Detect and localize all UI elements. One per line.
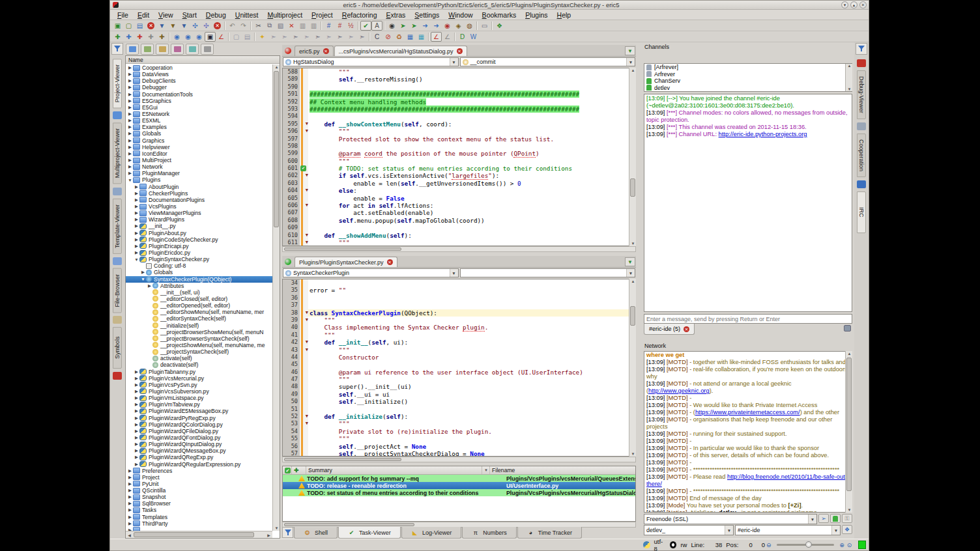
code-line[interactable]: 598 [283,143,635,150]
indent-icon[interactable]: ▥ [297,21,308,31]
tree-item[interactable]: ▶PluginVcsMercurial.py [126,375,272,382]
tree-item[interactable]: __init__(self, ui) [126,289,272,296]
code-line[interactable]: 611▼ """ [283,239,635,246]
server-select[interactable]: Freenode (SSL)▼ [644,514,817,524]
replace-icon[interactable]: ◈ [453,21,464,31]
expander-icon[interactable]: ▶ [134,462,139,467]
code-line[interactable]: 51 [283,406,635,413]
tree-item[interactable]: ▼SyntaxCheckerPlugin(QObject) [126,276,272,283]
tool-tab-template-viewer[interactable]: Template-Viewer [113,199,122,254]
menu-window[interactable]: Window [444,10,477,20]
code-line[interactable]: 610▼ def __showAddMenu(self): [283,232,635,239]
filter-icon[interactable] [856,43,867,55]
leave-channel-icon[interactable] [843,324,852,333]
break-icon[interactable]: ➣ [323,32,334,42]
code-line[interactable]: 606▼ for act in self.lfActions: [283,202,635,209]
expander-icon[interactable]: ▶ [127,72,133,77]
tree-item[interactable]: Coding: utf-8 [126,262,272,269]
tree-item[interactable]: ▶PluginWizardQInputDialog.py [126,441,272,447]
fold-margin[interactable]: ▼ [300,420,308,427]
fold-arrow-icon[interactable]: ▼ [306,187,308,194]
scroll-left-icon[interactable]: ◀ [126,533,133,537]
fold-margin[interactable] [300,209,308,216]
tree-item[interactable]: ▶DebugClients [126,78,272,84]
code-line[interactable]: 47 """ [283,376,635,383]
task-filter-checkbox[interactable]: ✔ [283,466,292,474]
fold-margin[interactable] [300,287,308,294]
tree-item[interactable]: ▶PyUnit [126,481,272,487]
tree-item[interactable]: ▶Project [126,474,272,481]
expander-icon[interactable]: ▶ [127,131,133,136]
fold-arrow-icon[interactable]: ▼ [306,339,308,346]
channel-select[interactable]: #eric-ide▼ [735,525,841,535]
exceptions-icon[interactable]: ▦ [416,32,427,42]
menu-unittest[interactable]: Unittest [231,10,263,20]
project-browser-tab-others[interactable] [201,44,214,55]
menu-bookmarks[interactable]: Bookmarks [478,10,521,20]
expander-icon[interactable]: ▶ [127,105,133,110]
paste-icon[interactable]: ▧ [275,21,286,31]
tree-item[interactable]: ▶Templates [126,514,272,520]
step-icon[interactable]: ➣ [268,32,279,42]
tree-item[interactable]: ▶PluginWizardQMessageBox.py [126,447,272,454]
fold-margin[interactable] [300,302,308,309]
fold-margin[interactable] [300,76,308,83]
fold-margin[interactable] [300,195,308,202]
code-line[interactable]: 605 enable = False [283,195,635,202]
expander-icon[interactable]: ▶ [134,231,139,236]
fold-margin[interactable]: ▼ [300,202,308,209]
tree-item[interactable]: ▶SqlBrowser [126,500,272,507]
irc-user-row[interactable]: ChanServ [644,78,852,85]
fold-margin[interactable] [300,361,308,368]
tree-item[interactable]: __editorOpened(self, editor) [126,302,272,309]
close-tab-icon[interactable]: ✕ [323,48,329,54]
project-props-icon[interactable]: ✣ [190,21,201,31]
expander-icon[interactable]: ▶ [127,501,133,506]
tree-vertical-scrollbar[interactable]: ▲ ▼ [272,64,280,531]
tree-item[interactable]: ▶Network [126,163,272,170]
menu-help[interactable]: Help [553,10,576,20]
fold-margin[interactable]: ▼ [300,413,308,420]
fold-margin[interactable] [300,369,308,376]
join-channel-icon[interactable]: ❖ [842,525,852,534]
quit-icon[interactable]: ✕ [212,21,223,31]
expander-icon[interactable]: ▶ [127,98,133,104]
code-line[interactable]: 600 """ [283,158,635,165]
fold-arrow-icon[interactable]: ▼ [306,346,308,354]
tree-item[interactable]: ▶Examples [126,124,272,130]
code-line[interactable]: 42▼ def __init__(self, ui): [283,339,635,346]
code-line[interactable]: 589 self.__restoreMissing() [283,76,635,83]
fold-margin[interactable]: ▼ [300,309,308,317]
tree-item[interactable]: ▶VcsPlugins [126,203,272,210]
close-icon[interactable]: ✕ [145,21,156,31]
tree-item[interactable]: __editorShowMenu(self, menuName, mer [126,309,272,315]
run-to-line-icon[interactable]: ➣ [312,32,323,42]
linux-eol-icon[interactable] [670,541,677,548]
tree-item[interactable]: ▶DataViews [126,71,272,78]
debug-project-icon[interactable]: ✚ [123,32,134,42]
expander-icon[interactable]: ▶ [127,158,133,163]
scroll-right-icon[interactable]: ▶ [265,533,272,537]
channel-tab-eric-ide[interactable]: #eric-ide (5) ✕ [644,324,695,335]
tool-tab-project-viewer[interactable]: Project-Viewer [113,59,122,108]
fold-margin[interactable] [300,150,308,157]
menu-refactoring[interactable]: Refactoring [338,10,382,20]
editor1-code[interactable]: 588 """589 self.__restoreMissing()590591… [282,68,636,246]
menu-extras[interactable]: Extras [382,10,411,20]
tree-item[interactable]: ▶PluginVcsPySvn.py [126,382,272,388]
code-line[interactable]: 608 self.menu.popup(self.mapToGlobal(coo… [283,217,635,224]
star-icon[interactable]: ✦ [257,32,268,42]
tree-item[interactable]: ▶PluginEricapi.py [126,243,272,249]
copy-icon[interactable]: ⧉ [264,21,275,31]
expander-icon[interactable]: ▶ [134,376,139,381]
tree-item[interactable]: ▶WizardPlugins [126,216,272,223]
goto-brace-icon[interactable]: # [334,21,345,31]
close-tab-icon[interactable]: ✕ [387,259,393,265]
tree-item[interactable]: ▶CheckerPlugins [126,190,272,197]
expander-icon[interactable]: ▶ [127,481,133,487]
tree-item[interactable]: ▶PluginVcsSubversion.py [126,388,272,395]
expander-icon[interactable]: ▶ [134,184,139,190]
expander-icon[interactable]: ▶ [127,171,133,176]
tree-item[interactable]: ▶Attributes [126,283,272,289]
code-line[interactable]: 48 super().__init__(ui) [283,383,635,390]
